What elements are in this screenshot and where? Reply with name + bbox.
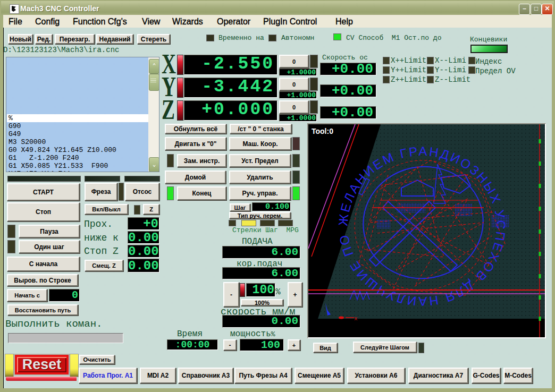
svg-text:Tool:0: Tool:0 bbox=[312, 127, 333, 135]
svg-text:x: x bbox=[354, 316, 358, 322]
